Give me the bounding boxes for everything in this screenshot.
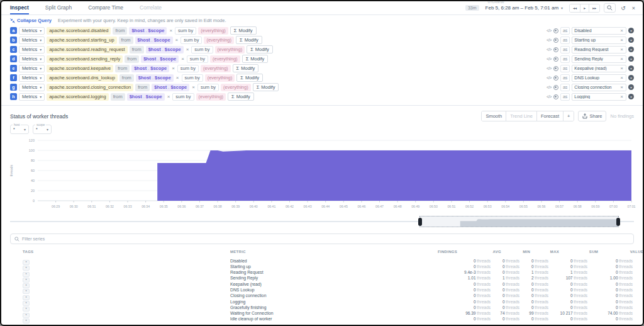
group-by-field[interactable]: (everything) <box>221 84 251 91</box>
time-range-picker[interactable]: UTC+09:00 Feb 5, 6:28 am – Feb 5, 7:01 a… <box>483 4 566 12</box>
time-forward-button[interactable]: ▸▸ <box>589 4 599 12</box>
collapse-query-button[interactable]: Collapse Query <box>10 18 52 23</box>
alias-input[interactable] <box>574 94 619 99</box>
scope-filter-field[interactable]: $host . $scope <box>127 93 165 101</box>
clear-alias-icon[interactable]: × <box>619 47 624 52</box>
modify-button[interactable]: Σ Modify <box>236 74 263 82</box>
tab[interactable]: Correlate <box>140 1 162 14</box>
metric-name-field[interactable]: apache.scoreboard.reading_request <box>47 46 128 53</box>
add-tool-button[interactable]: + <box>564 111 574 121</box>
scope-filter-field[interactable]: $host . $scope <box>141 55 179 63</box>
modify-button[interactable]: Σ Modify <box>233 64 259 72</box>
code-icon[interactable]: </> <box>547 57 552 61</box>
metric-name-field[interactable]: apache.scoreboard.keepalive <box>47 65 113 72</box>
alias-input[interactable] <box>574 85 619 89</box>
code-icon[interactable]: </> <box>547 85 552 89</box>
group-by-field[interactable]: (everything) <box>205 74 235 82</box>
alias-input[interactable] <box>574 66 619 70</box>
metric-source-select[interactable]: Metrics ▾ <box>19 55 45 63</box>
template-var-select[interactable]: host * ▾ <box>10 125 29 134</box>
modify-button[interactable]: Σ Modify <box>247 45 273 53</box>
clear-scope-icon[interactable]: × <box>171 65 175 71</box>
refresh-icon[interactable]: ↺ <box>619 5 627 11</box>
trend-line-button[interactable]: Trend Line <box>506 111 537 121</box>
remove-query-button[interactable]: × <box>628 65 634 71</box>
tab[interactable]: Inspect <box>10 1 29 14</box>
clear-scope-icon[interactable]: × <box>175 75 180 81</box>
scope-filter-field[interactable]: $host . $scope <box>131 65 169 72</box>
clear-scope-icon[interactable]: × <box>169 28 173 33</box>
modify-button[interactable]: Σ Modify <box>236 36 262 44</box>
code-icon[interactable]: </> <box>547 76 552 80</box>
palette-icon[interactable] <box>553 28 558 33</box>
metric-source-select[interactable]: Metrics ▾ <box>19 37 45 44</box>
group-by-field[interactable]: (everything) <box>196 93 226 101</box>
share-button[interactable]: Share <box>578 111 606 121</box>
tab[interactable]: Split Graph <box>45 1 72 14</box>
tag-chip[interactable]: * <box>23 318 30 323</box>
modify-button[interactable]: Σ Modify <box>228 93 254 101</box>
alias-input[interactable] <box>574 38 619 42</box>
remove-query-button[interactable]: × <box>628 28 634 33</box>
metric-source-select[interactable]: Metrics ▾ <box>19 93 45 101</box>
clear-alias-icon[interactable]: × <box>619 84 624 90</box>
metric-source-select[interactable]: Metrics ▾ <box>19 27 45 35</box>
modify-button[interactable]: Σ Modify <box>230 26 257 35</box>
clear-alias-icon[interactable]: × <box>619 94 624 99</box>
palette-icon[interactable] <box>553 57 558 62</box>
palette-icon[interactable] <box>553 38 558 43</box>
code-icon[interactable]: </> <box>547 38 552 42</box>
metric-source-select[interactable]: Metrics ▾ <box>19 65 45 72</box>
clear-scope-icon[interactable]: × <box>175 37 179 43</box>
forecast-button[interactable]: Forecast <box>537 111 564 121</box>
code-icon[interactable]: </> <box>547 94 552 99</box>
palette-icon[interactable] <box>553 85 558 90</box>
tab[interactable]: Compare Time <box>88 1 123 14</box>
scope-filter-field[interactable]: $host . $scope <box>146 46 184 53</box>
scope-filter-field[interactable]: $host . $scope <box>129 27 167 35</box>
code-icon[interactable]: </> <box>547 47 552 52</box>
template-var-select[interactable]: scope * ▾ <box>33 125 52 134</box>
palette-icon[interactable] <box>553 94 558 99</box>
code-icon[interactable]: </> <box>547 28 552 33</box>
alias-input[interactable] <box>574 28 619 33</box>
metric-name-field[interactable]: apache.scoreboard.starting_up <box>47 37 116 44</box>
worker-threads-chart[interactable]: 02040608010012006:2906:3006:3106:3206:33… <box>1 134 643 213</box>
metric-name-field[interactable]: apache.scoreboard.closing_connection <box>47 84 133 91</box>
zoom-out-button[interactable] <box>604 3 616 13</box>
brush-selection[interactable] <box>419 216 619 227</box>
metric-source-select[interactable]: Metrics ▾ <box>19 74 45 82</box>
clear-alias-icon[interactable]: × <box>619 56 624 62</box>
group-by-field[interactable]: (everything) <box>210 55 240 63</box>
remove-query-button[interactable]: × <box>628 47 634 52</box>
alias-input[interactable] <box>574 76 619 80</box>
modify-button[interactable]: Σ Modify <box>242 55 269 63</box>
group-by-field[interactable]: (everything) <box>198 27 228 35</box>
clear-alias-icon[interactable]: × <box>619 37 624 43</box>
metric-name-field[interactable]: apache.scoreboard.logging <box>47 93 108 101</box>
group-by-field[interactable]: (everything) <box>204 37 234 44</box>
remove-query-button[interactable]: × <box>628 37 634 43</box>
series-table-row[interactable]: * Disabled 0 threads 0 threads 0 threads… <box>1 255 643 261</box>
brush-handle-right[interactable] <box>616 218 620 226</box>
group-by-field[interactable]: (everything) <box>201 65 231 72</box>
remove-query-button[interactable]: × <box>628 84 634 90</box>
scope-filter-field[interactable]: $host . $scope <box>152 84 189 91</box>
clear-scope-icon[interactable]: × <box>186 47 190 52</box>
close-icon[interactable]: × <box>631 5 636 11</box>
time-rewind-button[interactable]: ◂◂ <box>570 4 580 12</box>
alias-input[interactable] <box>574 47 619 52</box>
modify-button[interactable]: Σ Modify <box>253 83 279 91</box>
clear-scope-icon[interactable]: × <box>180 56 185 62</box>
filter-series-input[interactable] <box>22 237 630 241</box>
remove-query-button[interactable]: × <box>628 94 634 99</box>
time-play-button[interactable]: ▸ <box>580 4 589 12</box>
metric-source-select[interactable]: Metrics ▾ <box>19 46 45 53</box>
metric-source-select[interactable]: Metrics ▾ <box>19 84 45 91</box>
metric-name-field[interactable]: apache.scoreboard.disabled <box>47 27 111 35</box>
brush-handle-left[interactable] <box>418 218 422 226</box>
alias-input[interactable] <box>574 57 619 61</box>
palette-icon[interactable] <box>553 66 558 71</box>
smooth-button[interactable]: Smooth <box>482 111 506 121</box>
metric-name-field[interactable]: apache.scoreboard.dns_lookup <box>47 74 118 82</box>
